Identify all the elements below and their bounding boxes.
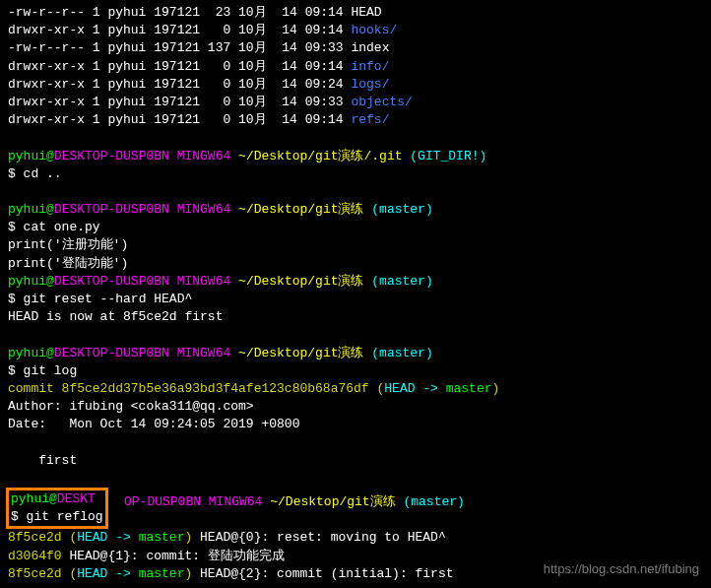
ls-row: -rw-r--r-- 1 pyhui 197121 23 10月 14 09:1… xyxy=(8,4,703,22)
cmd-cat[interactable]: $ cat one.py xyxy=(8,219,703,236)
prompt-master: pyhui@DESKTOP-DUSP0BN MINGW64 ~/Desktop/… xyxy=(8,201,703,219)
ls-row: drwxr-xr-x 1 pyhui 197121 0 10月 14 09:14… xyxy=(8,111,703,129)
prompt-gitdir: pyhui@DESKTOP-DUSP0BN MINGW64 ~/Desktop/… xyxy=(8,148,703,165)
log-commit-line: commit 8f5ce2dd37b5e36a93bd3f4afe123c80b… xyxy=(8,380,703,398)
ls-row: -rw-r--r-- 1 pyhui 197121 137 10月 14 09:… xyxy=(8,39,703,57)
cat-output-l1: print('注册功能') xyxy=(8,236,703,254)
prompt-master: pyhui@DESKTOP-DUSP0BN MINGW64 ~/Desktop/… xyxy=(8,345,703,362)
reflog-l1: 8f5ce2d (HEAD -> master) HEAD@{0}: reset… xyxy=(8,529,703,547)
log-date: Date: Mon Oct 14 09:24:05 2019 +0800 xyxy=(8,416,703,433)
prompt-master: pyhui@DESKTOP-DUSP0BN MINGW64 ~/Desktop/… xyxy=(8,273,703,291)
log-msg: first xyxy=(8,452,703,470)
reset-output: HEAD is now at 8f5ce2d first xyxy=(8,308,703,326)
cat-output-l2: print('登陆功能') xyxy=(8,255,703,273)
cmd-log[interactable]: $ git log xyxy=(8,362,703,380)
prompt-master: pyhui@DESKT xyxy=(11,490,103,508)
ls-row: drwxr-xr-x 1 pyhui 197121 0 10月 14 09:14… xyxy=(8,58,703,76)
watermark: https://blog.csdn.net/ifubing xyxy=(544,560,699,578)
ls-row: drwxr-xr-x 1 pyhui 197121 0 10月 14 09:14… xyxy=(8,22,703,39)
log-author: Author: ifubing <coka311@qq.com> xyxy=(8,398,703,416)
ls-row: drwxr-xr-x 1 pyhui 197121 0 10月 14 09:33… xyxy=(8,94,703,111)
cmd-reset[interactable]: $ git reset --hard HEAD^ xyxy=(8,291,703,308)
cmd-cd[interactable]: $ cd .. xyxy=(8,165,703,183)
ls-row: drwxr-xr-x 1 pyhui 197121 0 10月 14 09:24… xyxy=(8,76,703,94)
ls-listing: -rw-r--r-- 1 pyhui 197121 23 10月 14 09:1… xyxy=(8,4,703,129)
cmd-reflog[interactable]: $ git reflog xyxy=(11,508,103,526)
